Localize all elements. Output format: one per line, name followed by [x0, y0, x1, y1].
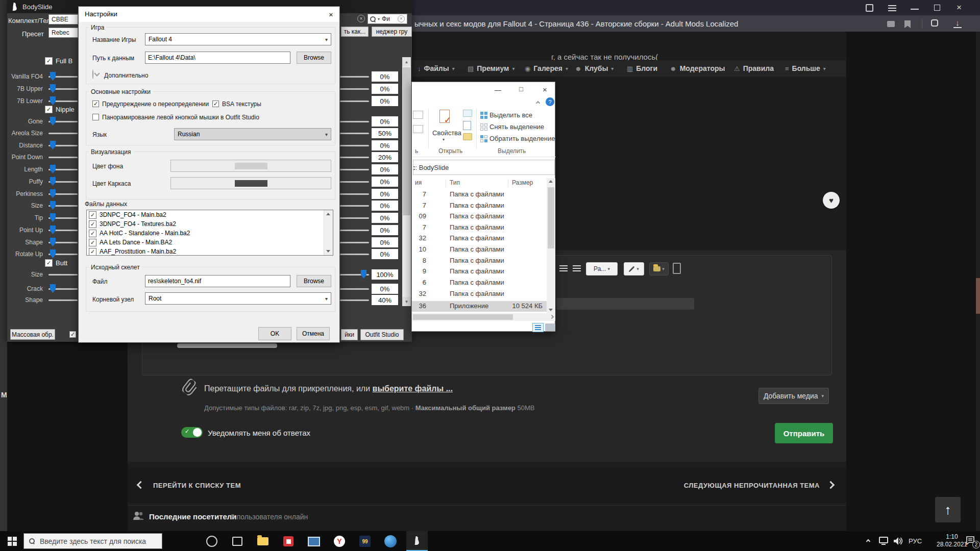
browse-button[interactable]: Browse	[297, 275, 331, 287]
yandex-browser-icon[interactable]: Y	[333, 535, 346, 548]
slider-track-right[interactable]	[340, 133, 369, 134]
file-row[interactable]: 9 Папка с файлами	[412, 267, 547, 278]
slider-track-right[interactable]	[340, 217, 369, 219]
properties-button[interactable]: Свойства	[432, 129, 461, 137]
slider-value[interactable]: 0%	[372, 84, 398, 94]
slider-track-right[interactable]	[340, 205, 369, 207]
file-checkbox[interactable]: ✓	[89, 239, 96, 246]
group-checkbox[interactable]: ✓	[45, 259, 53, 267]
wire-color-button[interactable]	[170, 177, 331, 189]
thumbnail-view-button[interactable]	[545, 323, 555, 331]
explorer-vscrollbar[interactable]	[547, 178, 555, 313]
slider-track-right[interactable]	[340, 254, 369, 255]
nav-item[interactable]: ☻ Клубы ▾	[575, 63, 614, 73]
pan-checkbox[interactable]	[92, 114, 99, 120]
group-manager-button-partial[interactable]: неджер гру	[372, 27, 412, 37]
slider-thumb[interactable]	[50, 249, 56, 258]
network-icon[interactable]	[879, 537, 889, 545]
file-row[interactable]: 8 Папка с файлами	[412, 257, 547, 267]
slider-track-right[interactable]	[340, 181, 369, 183]
preset-dropdown[interactable]: Rebec	[48, 28, 78, 38]
cortana-icon[interactable]	[205, 535, 218, 548]
outfit-studio-button[interactable]: Outfit Studio	[360, 329, 404, 340]
browser-globe-icon[interactable]	[384, 535, 397, 548]
next-unread-topic-link[interactable]: СЛЕДУЮЩАЯ НЕПРОЧИТАННАЯ ТЕМА	[679, 482, 820, 489]
edit-icon[interactable]	[463, 121, 471, 130]
bsa-textures-checkbox[interactable]: ✓	[212, 101, 219, 107]
settings-button-partial[interactable]: йки	[341, 329, 358, 340]
data-file-row[interactable]: ✓ AAF_Prostitution - Main.ba2	[87, 247, 333, 256]
pencil-dropdown[interactable]: ▾	[624, 262, 644, 276]
nav-item[interactable]: ≡ Больше ▾	[785, 63, 826, 73]
taskbar-search[interactable]: Введите здесь текст для поиска	[23, 533, 162, 549]
nav-item[interactable]: ▥ Блоги ▾	[627, 63, 657, 73]
slider-value[interactable]: 20%	[372, 152, 398, 162]
history-icon[interactable]	[463, 110, 472, 117]
store-app-icon[interactable]	[282, 535, 295, 548]
ribbon-partial-icon[interactable]	[413, 111, 423, 119]
cancel-button[interactable]: Отмена	[297, 327, 330, 340]
slider-track-right[interactable]	[340, 193, 369, 195]
slider-track-right[interactable]	[340, 88, 369, 90]
data-file-row[interactable]: ✓ AA Lets Dance - Main.BA2	[87, 238, 333, 247]
slider-value[interactable]: 0%	[372, 225, 398, 235]
slider-value[interactable]: 0%	[372, 96, 398, 106]
file-checkbox[interactable]: ✓	[89, 248, 96, 256]
ok-button[interactable]: OK	[258, 327, 291, 340]
game-name-dropdown[interactable]: Fallout 4▾	[145, 33, 331, 45]
add-media-button[interactable]: Добавить медиа ▾	[758, 388, 829, 404]
submit-button[interactable]: Отправить	[775, 423, 833, 443]
slider-track-right[interactable]	[340, 101, 369, 102]
choose-files-link[interactable]: выберите файлы ...	[373, 384, 453, 393]
bodyslide-scrollbar[interactable]: ▲ ▼	[402, 57, 411, 306]
file-row[interactable]: 32 Папка с файлами	[412, 290, 547, 300]
list-icon[interactable]	[559, 265, 568, 271]
justify-icon[interactable]	[573, 265, 581, 271]
slider-value[interactable]: 0%	[372, 249, 398, 259]
tray-expand-icon[interactable]	[866, 539, 870, 543]
slider-value[interactable]: 0%	[372, 213, 398, 223]
browser-menu-icon[interactable]	[888, 5, 896, 11]
root-node-dropdown[interactable]: Root▾	[145, 292, 331, 305]
chevron-right-icon[interactable]	[550, 315, 554, 319]
advanced-expander-icon[interactable]	[92, 69, 93, 79]
slider-thumb[interactable]	[50, 238, 56, 246]
slider-thumb[interactable]	[50, 96, 56, 105]
slider-thumb[interactable]	[50, 165, 56, 173]
slider-thumb[interactable]	[50, 213, 56, 222]
data-file-row[interactable]: ✓ AA HotC - Standalone - Main.ba2	[87, 229, 333, 238]
slider-value[interactable]: 0%	[372, 177, 398, 187]
slider-value[interactable]: 0%	[372, 164, 398, 174]
refresh-icon[interactable]	[463, 133, 472, 140]
file-checkbox[interactable]: ✓	[89, 220, 96, 228]
data-file-row[interactable]: ✓ 3DNPC_FO4 - Main.ba2	[87, 210, 333, 219]
slider-track[interactable]	[48, 274, 78, 276]
browser-scrollbar-thumb[interactable]	[976, 278, 980, 314]
task-view-icon[interactable]	[231, 535, 244, 548]
batch-checkbox[interactable]: ✓	[69, 331, 76, 338]
slider-track[interactable]	[48, 133, 78, 134]
save-as-button-partial[interactable]: ть как...	[341, 27, 369, 37]
slider-thumb[interactable]	[50, 72, 56, 81]
browse-button[interactable]: Browse	[297, 52, 331, 64]
slider-thumb[interactable]	[50, 117, 56, 126]
file-row[interactable]: 09 Папка с файлами	[412, 212, 547, 222]
minimize-icon[interactable]	[911, 9, 919, 10]
explorer-hscrollbar[interactable]	[412, 313, 555, 321]
language-indicator[interactable]: РУС	[909, 537, 922, 545]
slider-thumb[interactable]	[50, 189, 56, 198]
maximize-icon[interactable]	[934, 5, 940, 11]
slider-value[interactable]: 0%	[372, 201, 398, 211]
file-explorer-icon[interactable]	[256, 535, 270, 548]
slider-track-right[interactable]	[340, 145, 369, 146]
details-view-button[interactable]	[532, 323, 544, 332]
slider-value[interactable]: 100%	[372, 269, 398, 280]
notify-toggle[interactable]: ✓	[181, 427, 203, 438]
scrollbar-thumb[interactable]	[403, 67, 410, 215]
nav-item[interactable]: ◉ Галерея ▾	[525, 63, 568, 73]
group-checkbox[interactable]: ✓	[45, 57, 53, 65]
nav-item[interactable]: ☻ Модераторы ▾	[670, 63, 725, 73]
bodyslide-taskbar-button[interactable]	[406, 531, 428, 551]
slider-track-right[interactable]	[340, 169, 369, 170]
data-file-row[interactable]: ✓ 3DNPC_FO4 - Textures.ba2	[87, 219, 333, 229]
